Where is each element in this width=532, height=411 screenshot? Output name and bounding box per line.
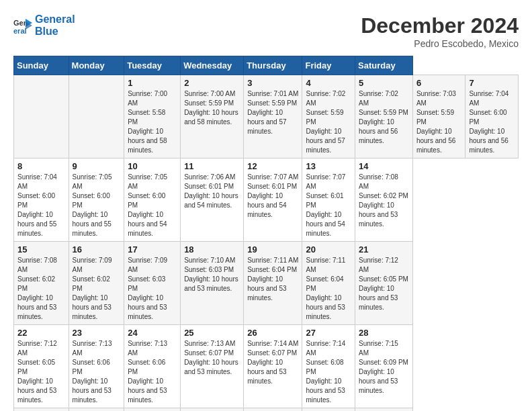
logo: Gen eral General Blue bbox=[13, 13, 75, 37]
calendar-cell: 20 Sunrise: 7:11 AM Sunset: 6:04 PM Dayl… bbox=[302, 242, 355, 325]
day-number: 3 bbox=[247, 78, 298, 88]
day-number: 6 bbox=[416, 78, 462, 88]
calendar-cell bbox=[355, 408, 413, 412]
calendar-cell: 17 Sunrise: 7:09 AM Sunset: 6:03 PM Dayl… bbox=[124, 242, 181, 325]
calendar-cell: 21 Sunrise: 7:12 AM Sunset: 6:05 PM Dayl… bbox=[355, 242, 413, 325]
calendar-cell: 9 Sunrise: 7:05 AM Sunset: 6:00 PM Dayli… bbox=[69, 158, 124, 242]
day-info: Sunrise: 7:07 AM Sunset: 6:01 PM Dayligh… bbox=[306, 173, 351, 238]
calendar-cell bbox=[14, 75, 69, 158]
day-number: 26 bbox=[247, 328, 298, 338]
calendar-cell: 16 Sunrise: 7:09 AM Sunset: 6:02 PM Dayl… bbox=[69, 242, 124, 325]
day-info: Sunrise: 7:05 AM Sunset: 6:00 PM Dayligh… bbox=[128, 173, 177, 238]
day-info: Sunrise: 7:14 AM Sunset: 6:07 PM Dayligh… bbox=[247, 339, 298, 386]
calendar-week-1: 1 Sunrise: 7:00 AM Sunset: 5:58 PM Dayli… bbox=[14, 75, 519, 158]
calendar: SundayMondayTuesdayWednesdayThursdayFrid… bbox=[13, 56, 519, 411]
day-header-friday: Friday bbox=[302, 56, 355, 75]
calendar-cell: 12 Sunrise: 7:07 AM Sunset: 6:01 PM Dayl… bbox=[244, 158, 302, 242]
calendar-cell: 14 Sunrise: 7:08 AM Sunset: 6:02 PM Dayl… bbox=[355, 158, 413, 242]
day-number: 9 bbox=[73, 161, 121, 171]
day-number: 8 bbox=[17, 161, 65, 171]
day-number: 25 bbox=[184, 328, 240, 338]
day-number: 7 bbox=[469, 78, 515, 88]
month-title: December 2024 bbox=[361, 13, 519, 38]
calendar-cell: 6 Sunrise: 7:03 AM Sunset: 5:59 PM Dayli… bbox=[412, 75, 466, 158]
day-number: 15 bbox=[17, 244, 65, 255]
day-info: Sunrise: 7:00 AM Sunset: 5:59 PM Dayligh… bbox=[184, 89, 240, 127]
logo-text-general: General bbox=[35, 13, 75, 25]
day-number: 5 bbox=[359, 78, 409, 88]
calendar-cell: 19 Sunrise: 7:11 AM Sunset: 6:04 PM Dayl… bbox=[244, 242, 302, 325]
calendar-cell bbox=[69, 75, 124, 158]
day-info: Sunrise: 7:09 AM Sunset: 6:02 PM Dayligh… bbox=[73, 256, 121, 322]
calendar-cell: 24 Sunrise: 7:13 AM Sunset: 6:06 PM Dayl… bbox=[124, 325, 181, 408]
day-info: Sunrise: 7:08 AM Sunset: 6:02 PM Dayligh… bbox=[17, 256, 65, 322]
day-info: Sunrise: 7:13 AM Sunset: 6:07 PM Dayligh… bbox=[184, 339, 240, 377]
calendar-week-4: 22 Sunrise: 7:12 AM Sunset: 6:05 PM Dayl… bbox=[14, 325, 519, 408]
header: Gen eral General Blue December 2024 Pedr… bbox=[13, 13, 519, 49]
day-number: 22 bbox=[17, 328, 65, 338]
day-number: 21 bbox=[359, 244, 409, 255]
day-header-monday: Monday bbox=[69, 56, 124, 75]
calendar-cell: 11 Sunrise: 7:06 AM Sunset: 6:01 PM Dayl… bbox=[181, 158, 244, 242]
day-info: Sunrise: 7:12 AM Sunset: 6:05 PM Dayligh… bbox=[17, 339, 65, 405]
calendar-cell bbox=[302, 408, 355, 412]
calendar-cell bbox=[244, 408, 302, 412]
day-info: Sunrise: 7:05 AM Sunset: 6:00 PM Dayligh… bbox=[73, 173, 121, 238]
day-info: Sunrise: 7:04 AM Sunset: 6:00 PM Dayligh… bbox=[469, 89, 515, 155]
calendar-week-3: 15 Sunrise: 7:08 AM Sunset: 6:02 PM Dayl… bbox=[14, 242, 519, 325]
day-info: Sunrise: 7:13 AM Sunset: 6:06 PM Dayligh… bbox=[128, 339, 177, 405]
day-header-thursday: Thursday bbox=[244, 56, 302, 75]
day-number: 1 bbox=[128, 78, 177, 88]
calendar-cell: 13 Sunrise: 7:07 AM Sunset: 6:01 PM Dayl… bbox=[302, 158, 355, 242]
day-number: 23 bbox=[73, 328, 121, 338]
calendar-cell: 3 Sunrise: 7:01 AM Sunset: 5:59 PM Dayli… bbox=[244, 75, 302, 158]
calendar-cell: 26 Sunrise: 7:14 AM Sunset: 6:07 PM Dayl… bbox=[244, 325, 302, 408]
day-number: 12 bbox=[247, 161, 298, 171]
day-info: Sunrise: 7:09 AM Sunset: 6:03 PM Dayligh… bbox=[128, 256, 177, 322]
calendar-cell: 15 Sunrise: 7:08 AM Sunset: 6:02 PM Dayl… bbox=[14, 242, 69, 325]
day-number: 14 bbox=[359, 161, 409, 171]
logo-text-blue: Blue bbox=[35, 26, 75, 38]
day-number: 28 bbox=[359, 328, 409, 338]
calendar-cell: 1 Sunrise: 7:00 AM Sunset: 5:58 PM Dayli… bbox=[124, 75, 181, 158]
calendar-cell: 7 Sunrise: 7:04 AM Sunset: 6:00 PM Dayli… bbox=[466, 75, 519, 158]
calendar-header-row: SundayMondayTuesdayWednesdayThursdayFrid… bbox=[14, 56, 519, 75]
calendar-cell: 31 Sunrise: 7:16 AM Sunset: 6:10 PM Dayl… bbox=[124, 408, 181, 412]
calendar-cell: 28 Sunrise: 7:15 AM Sunset: 6:09 PM Dayl… bbox=[355, 325, 413, 408]
day-info: Sunrise: 7:00 AM Sunset: 5:58 PM Dayligh… bbox=[128, 89, 177, 155]
day-info: Sunrise: 7:02 AM Sunset: 5:59 PM Dayligh… bbox=[306, 89, 351, 155]
day-number: 13 bbox=[306, 161, 351, 171]
day-number: 19 bbox=[247, 244, 298, 255]
day-info: Sunrise: 7:07 AM Sunset: 6:01 PM Dayligh… bbox=[247, 173, 298, 220]
day-number: 24 bbox=[128, 328, 177, 338]
day-info: Sunrise: 7:14 AM Sunset: 6:08 PM Dayligh… bbox=[306, 339, 351, 405]
day-info: Sunrise: 7:11 AM Sunset: 6:04 PM Dayligh… bbox=[306, 256, 351, 322]
calendar-cell: 22 Sunrise: 7:12 AM Sunset: 6:05 PM Dayl… bbox=[14, 325, 69, 408]
day-info: Sunrise: 7:06 AM Sunset: 6:01 PM Dayligh… bbox=[184, 173, 240, 210]
calendar-cell: 8 Sunrise: 7:04 AM Sunset: 6:00 PM Dayli… bbox=[14, 158, 69, 242]
calendar-week-2: 8 Sunrise: 7:04 AM Sunset: 6:00 PM Dayli… bbox=[14, 158, 519, 242]
day-number: 4 bbox=[306, 78, 351, 88]
calendar-cell: 4 Sunrise: 7:02 AM Sunset: 5:59 PM Dayli… bbox=[302, 75, 355, 158]
logo-icon: Gen eral bbox=[13, 16, 32, 35]
day-number: 27 bbox=[306, 328, 351, 338]
calendar-cell: 2 Sunrise: 7:00 AM Sunset: 5:59 PM Dayli… bbox=[181, 75, 244, 158]
day-info: Sunrise: 7:15 AM Sunset: 6:09 PM Dayligh… bbox=[359, 339, 409, 396]
calendar-cell: 18 Sunrise: 7:10 AM Sunset: 6:03 PM Dayl… bbox=[181, 242, 244, 325]
day-number: 17 bbox=[128, 244, 177, 255]
calendar-cell: 23 Sunrise: 7:13 AM Sunset: 6:06 PM Dayl… bbox=[69, 325, 124, 408]
calendar-week-5: 29 Sunrise: 7:15 AM Sunset: 6:09 PM Dayl… bbox=[14, 408, 519, 412]
calendar-cell: 29 Sunrise: 7:15 AM Sunset: 6:09 PM Dayl… bbox=[14, 408, 69, 412]
day-info: Sunrise: 7:08 AM Sunset: 6:02 PM Dayligh… bbox=[359, 173, 409, 229]
calendar-cell bbox=[181, 408, 244, 412]
day-number: 16 bbox=[73, 244, 121, 255]
day-number: 10 bbox=[128, 161, 177, 171]
calendar-cell: 30 Sunrise: 7:15 AM Sunset: 6:10 PM Dayl… bbox=[69, 408, 124, 412]
title-area: December 2024 Pedro Escobedo, Mexico bbox=[361, 13, 519, 49]
day-number: 18 bbox=[184, 244, 240, 255]
day-number: 11 bbox=[184, 161, 240, 171]
location-title: Pedro Escobedo, Mexico bbox=[361, 38, 519, 49]
day-header-wednesday: Wednesday bbox=[181, 56, 244, 75]
day-info: Sunrise: 7:01 AM Sunset: 5:59 PM Dayligh… bbox=[247, 89, 298, 136]
calendar-cell: 5 Sunrise: 7:02 AM Sunset: 5:59 PM Dayli… bbox=[355, 75, 413, 158]
